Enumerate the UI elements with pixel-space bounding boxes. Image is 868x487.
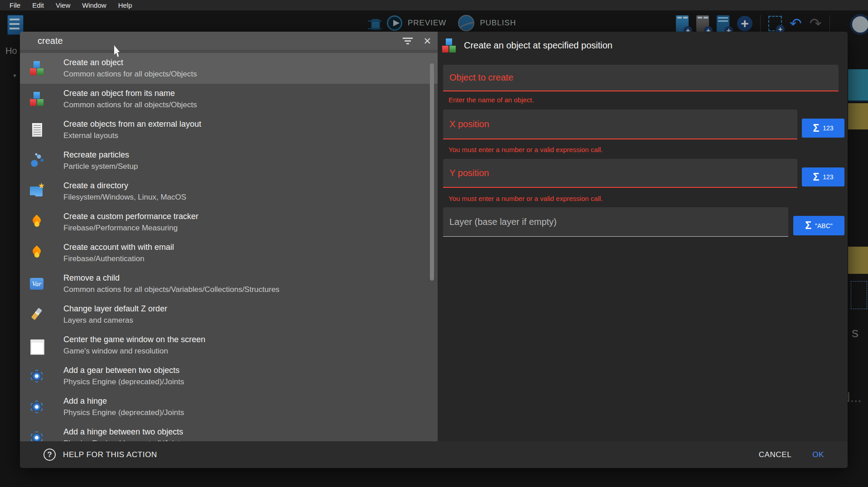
action-result-row[interactable]: Create an object Common actions for all … [20, 53, 438, 84]
add-external-events-icon[interactable] [696, 15, 709, 32]
search-input[interactable] [38, 36, 402, 46]
publish-button[interactable]: PUBLISH [480, 19, 516, 28]
action-result-row[interactable]: Add a hinge Physics Engine (deprecated)/… [20, 392, 438, 422]
action-group: Physics Engine (deprecated)/Joints [63, 376, 184, 387]
action-group: Game's window and resolution [63, 345, 205, 357]
help-question-icon: ? [43, 449, 56, 461]
search-orb-icon[interactable] [850, 14, 868, 35]
filter-icon[interactable] [402, 37, 413, 45]
action-search-panel: ✕ Create an object Common actions for al… [20, 32, 438, 441]
action-group: Particle system/Setup [63, 161, 138, 172]
game-window-icon [29, 338, 44, 353]
occluded-editor-fragment [848, 69, 868, 102]
redo-icon[interactable]: ↷ [810, 16, 822, 31]
x-expression-button[interactable]: Σ 123 [802, 119, 844, 138]
objects-cubes-icon [29, 61, 44, 76]
action-group: Common actions for all objects/Objects [63, 99, 197, 110]
action-title: Add a hinge between two objects [63, 426, 184, 438]
close-icon[interactable]: ✕ [423, 36, 431, 46]
action-result-row[interactable]: Add a hinge between two objects Physics … [20, 422, 438, 441]
action-title: Create an object from its name [63, 88, 197, 99]
action-title: Recreate particles [63, 149, 138, 161]
variable-badge-icon [29, 276, 44, 291]
action-title: Create an object [63, 57, 197, 68]
object-helper-text: Enter the name of an object. [448, 96, 534, 104]
objects-cubes-icon [441, 38, 457, 53]
layer-expression-button[interactable]: Σ "ABC" [793, 216, 844, 235]
action-result-row[interactable]: Create account with with email Firebase/… [20, 238, 438, 268]
x-position-field[interactable]: X position [443, 110, 797, 139]
action-group: Firebase/Authentication [63, 253, 174, 264]
action-result-row[interactable]: Create a directory Filesystem/Windows, L… [20, 176, 438, 207]
action-group: External layouts [63, 130, 201, 141]
action-title: Center the game window on the screen [63, 334, 205, 345]
external-layout-icon [29, 122, 44, 138]
sigma-icon: Σ [805, 220, 811, 232]
toolbar-separator [829, 15, 830, 32]
cancel-button[interactable]: CANCEL [753, 447, 797, 463]
action-title: Create objects from an external layout [63, 119, 201, 130]
action-title: Create account with with email [63, 242, 174, 253]
undo-icon[interactable]: ↶ [790, 16, 802, 31]
occluded-text: s [852, 325, 858, 340]
y-position-field[interactable]: Y position [443, 159, 797, 188]
sigma-icon: Σ [813, 171, 819, 183]
add-selection-icon[interactable] [768, 16, 782, 31]
action-group: Physics Engine (deprecated)/Joints [63, 407, 184, 418]
help-for-action-button[interactable]: ? HELP FOR THIS ACTION [43, 449, 157, 461]
action-result-row[interactable]: Create an object from its name Common ac… [20, 84, 438, 115]
occluded-selection-box [851, 281, 867, 309]
add-object-icon[interactable]: + [737, 16, 752, 31]
action-group: Firebase/Performance Measuring [63, 222, 198, 234]
action-title: Create a directory [63, 180, 186, 191]
debug-icon[interactable] [368, 16, 381, 30]
action-group: Layers and cameras [63, 315, 167, 326]
menu-item[interactable]: View [51, 0, 75, 10]
menu-bar: FileEditViewWindowHelp [0, 0, 868, 10]
ok-button[interactable]: OK [807, 447, 829, 463]
objects-cubes-icon [29, 91, 44, 107]
action-result-row[interactable]: Remove a child Common actions for all ob… [20, 268, 438, 299]
toolbar-separator [760, 15, 761, 32]
action-result-row[interactable]: Recreate particles Particle system/Setup [20, 145, 438, 176]
layer-label: Layer (base layer if empty) [449, 217, 557, 227]
object-to-create-field[interactable]: Object to create [443, 65, 839, 91]
action-parameters-panel: Create an object at specified position O… [438, 32, 848, 441]
action-result-row[interactable]: Change layer default Z order Layers and … [20, 299, 438, 330]
action-result-row[interactable]: Add a gear between two objects Physics E… [20, 361, 438, 392]
action-title: Change layer default Z order [63, 303, 167, 315]
occluded-editor-fragment [848, 103, 868, 129]
action-result-row[interactable]: Center the game window on the screen Gam… [20, 330, 438, 361]
dialog-footer: ? HELP FOR THIS ACTION CANCEL OK [20, 441, 848, 468]
menu-item[interactable]: Window [77, 0, 111, 10]
preview-button[interactable]: PREVIEW [408, 19, 446, 28]
action-result-row[interactable]: Create a custom performance tracker Fire… [20, 207, 438, 238]
layer-field[interactable]: Layer (base layer if empty) [443, 207, 788, 237]
particles-icon [29, 153, 44, 168]
layer-zorder-icon [29, 307, 44, 322]
physics-joint-icon [29, 430, 44, 441]
physics-joint-icon [29, 399, 44, 415]
publish-globe-icon[interactable] [458, 15, 474, 31]
menu-item[interactable]: Edit [27, 0, 49, 10]
action-title: Create a custom performance tracker [63, 211, 198, 222]
instruction-editor-dialog: ✕ Create an object Common actions for al… [20, 32, 848, 468]
panel-header: Create an object at specified position [438, 32, 848, 59]
results-scrollbar[interactable] [430, 63, 434, 281]
action-title: Add a hinge [63, 396, 184, 407]
menu-item[interactable]: Help [113, 0, 137, 10]
firebase-flame-icon [29, 245, 44, 261]
search-results-list: Create an object Common actions for all … [20, 50, 438, 441]
add-scene-icon[interactable] [676, 15, 689, 32]
add-external-layout-icon[interactable] [717, 15, 729, 32]
menu-item[interactable]: File [5, 0, 25, 10]
y-expression-button[interactable]: Σ 123 [802, 167, 844, 186]
y-position-label: Y position [449, 168, 489, 178]
action-title: Add a gear between two objects [63, 365, 184, 376]
action-result-row[interactable]: Create objects from an external layout E… [20, 115, 438, 145]
object-to-create-label: Object to create [449, 72, 513, 83]
action-group: Common actions for all objects/Objects [63, 68, 197, 80]
preview-play-icon[interactable] [387, 15, 402, 31]
x-position-label: X position [449, 119, 489, 129]
chevron-down-icon[interactable]: ▼ [12, 73, 17, 78]
